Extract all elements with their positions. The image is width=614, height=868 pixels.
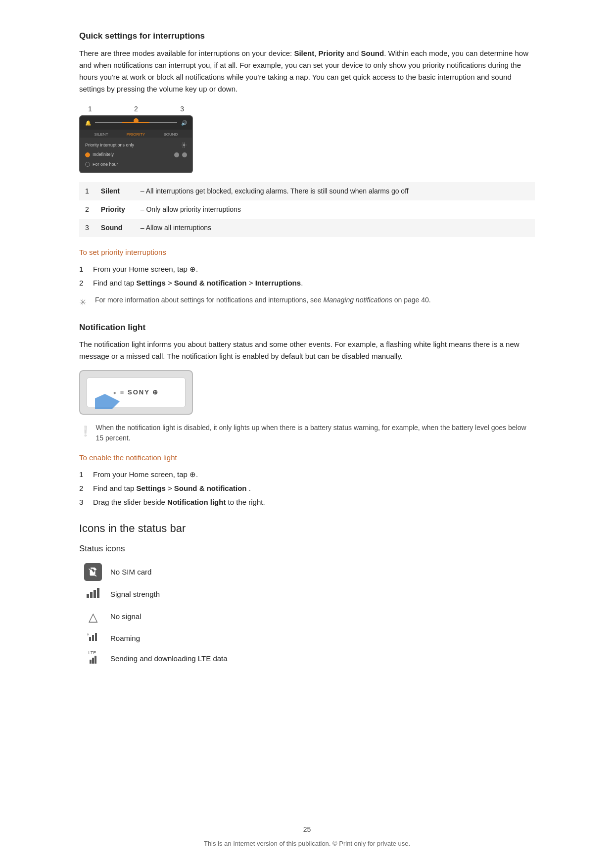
sound-label: SOUND [164,132,178,138]
enable-step-2-text: Find and tap Settings > Sound & notifica… [93,482,251,494]
tip-text: For more information about settings for … [95,295,431,305]
table-row: 2 Priority – Only allow priority interru… [79,200,535,219]
enable-step-1-text: From your Home screen, tap ⊕. [93,469,198,481]
option-priority: Priority interruptions only [85,141,187,150]
mode-desc-2: – Only allow priority interruptions [135,200,535,219]
mode-num-3: 3 [79,219,95,237]
lte-icon-cell: LTE [79,647,106,671]
enable-step-1: 1 From your Home screen, tap ⊕. [79,469,535,481]
status-icons-table: No SIM card Signal strength △ No sig [79,560,535,671]
lte-icon: LTE [90,651,96,664]
notification-dot: ● [113,389,117,396]
notification-light-section: Notification light The notification ligh… [79,321,535,508]
warning-box: ❕ When the notification light is disable… [79,423,535,443]
number-label-3: 3 [180,104,184,114]
signal-strength-icon [87,588,99,598]
device-number-labels: 1 2 3 [79,104,193,115]
silent-label: SILENT [94,132,108,138]
quick-settings-body: There are three modes available for inte… [79,48,535,95]
footer-note: This is an Internet version of this publ… [0,839,614,849]
status-icons-subheading: Status icons [79,542,535,555]
status-icon-row-no-signal: △ No signal [79,605,535,629]
enable-step-2: 2 Find and tap Settings > Sound & notifi… [79,482,535,494]
no-sim-icon [84,563,102,581]
notification-light-heading: Notification light [79,321,535,334]
roaming-icon-cell: ° [79,629,106,648]
signal-icon-cell [79,584,106,605]
gear-icon [181,142,187,148]
quick-settings-heading: Quick settings for interruptions [79,30,535,43]
table-row: 3 Sound – Allow all interruptions [79,219,535,237]
no-signal-label: No signal [106,605,535,629]
device-top-bar: 🔔 🔊 [80,116,192,130]
option-priority-text: Priority interruptions only [85,142,134,149]
radio-empty: For one hour [85,161,118,168]
roaming-star: ° [87,632,89,639]
volume-icon: 🔊 [181,119,187,127]
mode-label-1: Silent [95,182,135,200]
status-icon-row-sim: No SIM card [79,560,535,584]
page-number: 25 [0,824,614,835]
device-mockup: 1 2 3 🔔 🔊 SILENT PRIORITY SOUND [79,104,535,174]
number-label-1: 1 [88,104,92,114]
mode-desc-3: – Allow all interruptions [135,219,535,237]
lte-superscript: LTE [89,650,96,657]
set-priority-link: To set priority interruptions [79,247,535,258]
priority-step-2: 2 Find and tap Settings > Sound & notifi… [79,277,535,289]
signal-strength-label: Signal strength [106,584,535,605]
status-bar-section: Icons in the status bar Status icons No … [79,520,535,671]
roaming-label: Roaming [106,629,535,648]
option-one-hour: For one hour [85,160,187,170]
status-icon-row-roaming: ° Roaming [79,629,535,648]
slider-labels: SILENT PRIORITY SOUND [80,130,192,138]
device-screen: 🔔 🔊 SILENT PRIORITY SOUND Priority inter… [79,115,193,174]
no-signal-icon: △ [89,610,97,624]
mode-label-3: Sound [95,219,135,237]
option-indefinitely: Indefinitely [85,150,187,160]
table-row: 1 Silent – All interruptions get blocked… [79,182,535,200]
number-label-2: 2 [134,104,138,114]
status-icon-row-signal: Signal strength [79,584,535,605]
sim-svg [88,567,98,578]
status-bar-heading: Icons in the status bar [79,520,535,536]
mode-num-1: 1 [79,182,95,200]
sony-device-mockup: ● ≡ SONY ⊕ [79,370,193,415]
bell-icon: 🔔 [85,119,91,127]
interruption-modes-table: 1 Silent – All interruptions get blocked… [79,182,535,237]
tip-icon: ✳ [79,296,90,309]
status-icon-row-lte: LTE Sending and downloading LTE data [79,647,535,671]
page-footer: 25 This is an Internet version of this p… [0,824,614,849]
enable-step-3: 3 Drag the slider beside Notification li… [79,496,535,508]
mode-num-2: 2 [79,200,95,219]
notification-light-body: The notification light informs you about… [79,338,535,362]
mode-desc-1: – All interruptions get blocked, excludi… [135,182,535,200]
warning-text: When the notification light is disabled,… [96,423,535,443]
no-signal-icon-cell: △ [79,605,106,629]
priority-label: PRIORITY [127,132,145,138]
device-options: Priority interruptions only Indefinitely… [80,138,192,173]
warning-icon: ❕ [79,424,91,438]
enable-step-3-text: Drag the slider beside Notification ligh… [93,496,265,508]
svg-point-0 [183,144,185,146]
lte-label: Sending and downloading LTE data [106,647,535,671]
tip-box: ✳ For more information about settings fo… [79,295,535,309]
page: Quick settings for interruptions There a… [0,0,614,868]
no-sim-label: No SIM card [106,560,535,584]
priority-step-1-text: From your Home screen, tap ⊕. [93,263,198,275]
sim-icon-cell [79,560,106,584]
priority-steps-list: 1 From your Home screen, tap ⊕. 2 Find a… [79,263,535,289]
priority-step-2-text: Find and tap Settings > Sound & notifica… [93,277,303,289]
enable-notification-steps: 1 From your Home screen, tap ⊕. 2 Find a… [79,469,535,508]
roaming-icon: ° [89,633,97,641]
enable-notification-link: To enable the notification light [79,452,535,464]
mode-label-2: Priority [95,200,135,219]
priority-step-1: 1 From your Home screen, tap ⊕. [79,263,535,275]
radio-filled: Indefinitely [85,151,114,158]
